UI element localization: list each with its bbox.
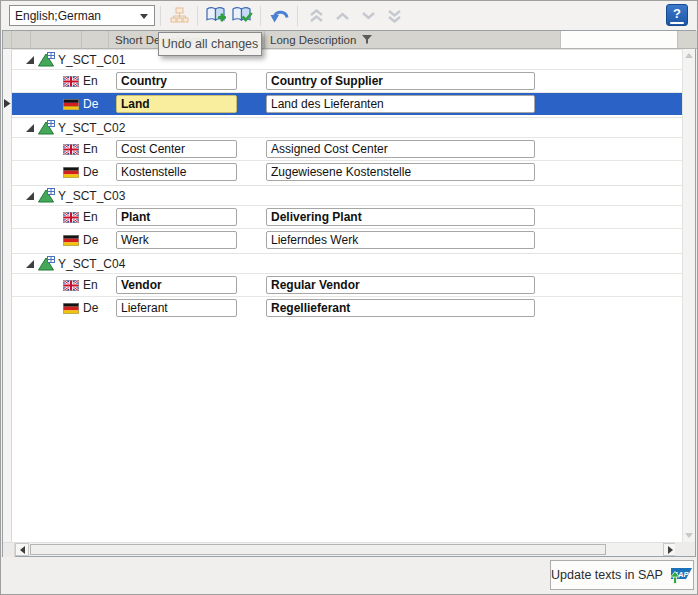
- scroll-left-button[interactable]: [15, 543, 29, 556]
- long-description-input[interactable]: Regellieferant: [266, 299, 535, 317]
- funnel-icon[interactable]: [362, 35, 372, 44]
- language-code: De: [83, 301, 98, 315]
- undo-button[interactable]: [267, 4, 291, 28]
- toolbar: English;German: [2, 1, 696, 30]
- header-expand-cell: [12, 31, 31, 49]
- previous-button: [330, 4, 354, 28]
- language-code: De: [83, 97, 98, 111]
- de-flag-icon: [63, 303, 79, 314]
- short-description-input[interactable]: Country: [116, 72, 237, 90]
- de-flag-icon: [63, 235, 79, 246]
- language-code: En: [83, 142, 98, 156]
- de-flag-icon: [63, 99, 79, 110]
- dictionary-add-icon: [205, 6, 227, 25]
- short-description-input[interactable]: Vendor: [116, 276, 237, 294]
- dictionary-apply-button[interactable]: [230, 4, 254, 28]
- translation-row-selected[interactable]: De Land Land des Lieferanten: [12, 92, 684, 115]
- language-code: De: [83, 165, 98, 179]
- short-description-input[interactable]: Plant: [116, 208, 237, 226]
- header-language-cell: [82, 31, 109, 49]
- group-section: Y_SCT_C04 En Vendor Regular Vendor: [12, 253, 684, 321]
- uk-flag-icon: [63, 144, 79, 155]
- group-row[interactable]: Y_SCT_C02: [12, 117, 684, 137]
- translation-row[interactable]: En Plant Delivering Plant: [12, 205, 684, 228]
- update-texts-button[interactable]: Update texts in SAP SAP: [550, 560, 694, 590]
- long-description-input[interactable]: Country of Supplier: [266, 72, 535, 90]
- long-description-input[interactable]: Land des Lieferanten: [266, 95, 535, 113]
- scroll-down-icon[interactable]: [685, 533, 693, 538]
- group-key: Y_SCT_C04: [58, 257, 125, 271]
- translation-row[interactable]: En Cost Center Assigned Cost Center: [12, 137, 684, 160]
- group-section: Y_SCT_C03 En Plant Delivering Plant: [12, 185, 684, 253]
- uk-flag-icon: [63, 212, 79, 223]
- double-chevron-up-icon: [309, 9, 324, 23]
- toolbar-separator: [260, 6, 261, 26]
- dictionary-add-button[interactable]: [204, 4, 228, 28]
- group-key: Y_SCT_C02: [58, 121, 125, 135]
- language-selector[interactable]: English;German: [9, 5, 155, 26]
- chevron-down-icon[interactable]: [140, 14, 148, 19]
- hierarchy-icon: [170, 7, 189, 25]
- toolbar-separator: [297, 6, 298, 26]
- scrollbar-corner: [3, 543, 15, 557]
- short-description-input[interactable]: Cost Center: [116, 140, 237, 158]
- translation-row[interactable]: De Kostenstelle Zugewiesene Kostenstelle: [12, 160, 684, 183]
- translation-editor-window: English;German: [0, 0, 698, 595]
- scrollbar-bottom-corner: [675, 542, 695, 556]
- de-flag-icon: [63, 167, 79, 178]
- toolbar-separator: [197, 6, 198, 26]
- short-description-input[interactable]: Kostenstelle: [116, 163, 237, 181]
- translation-grid: Short Description Long Description: [2, 30, 696, 557]
- translation-row[interactable]: En Country Country of Supplier: [12, 69, 684, 92]
- long-description-input[interactable]: Delivering Plant: [266, 208, 535, 226]
- double-chevron-down-icon: [387, 9, 402, 23]
- long-description-input[interactable]: Regular Vendor: [266, 276, 535, 294]
- short-description-input[interactable]: Land: [116, 95, 237, 113]
- domain-object-icon: [38, 256, 55, 271]
- footer: Update texts in SAP SAP: [2, 557, 696, 593]
- hierarchy-button: [167, 4, 191, 28]
- header-long-description[interactable]: Long Description: [265, 31, 561, 49]
- translation-row[interactable]: De Werk Lieferndes Werk: [12, 228, 684, 251]
- horizontal-scrollbar[interactable]: [3, 542, 677, 556]
- uk-flag-icon: [63, 280, 79, 291]
- dictionary-apply-icon: [231, 6, 253, 25]
- long-description-input[interactable]: Lieferndes Werk: [266, 231, 535, 249]
- expand-collapse-icon[interactable]: [26, 192, 34, 200]
- language-code: En: [83, 210, 98, 224]
- language-selector-value: English;German: [15, 9, 101, 23]
- next-button: [356, 4, 380, 28]
- scroll-left-icon: [20, 546, 25, 554]
- help-glyph: ?: [673, 6, 681, 21]
- chevron-up-icon: [335, 11, 350, 21]
- group-key: Y_SCT_C03: [58, 189, 125, 203]
- group-row[interactable]: Y_SCT_C03: [12, 185, 684, 205]
- short-description-input[interactable]: Werk: [116, 231, 237, 249]
- header-gutter-cell: [3, 31, 12, 49]
- tooltip: Undo all changes: [158, 32, 262, 56]
- group-row[interactable]: Y_SCT_C04: [12, 253, 684, 273]
- horizontal-scrollbar-thumb[interactable]: [30, 544, 606, 555]
- help-button[interactable]: ?: [666, 4, 688, 26]
- language-code: En: [83, 74, 98, 88]
- expand-collapse-icon[interactable]: [26, 260, 34, 268]
- first-button: [304, 4, 328, 28]
- scroll-up-icon[interactable]: [685, 53, 693, 58]
- translation-row[interactable]: De Lieferant Regellieferant: [12, 296, 684, 319]
- group-row[interactable]: Y_SCT_C01: [12, 49, 684, 69]
- expand-collapse-icon[interactable]: [26, 124, 34, 132]
- header-long-label: Long Description: [270, 34, 356, 46]
- scroll-right-icon: [668, 546, 673, 554]
- language-code: En: [83, 278, 98, 292]
- row-pointer-icon: [4, 99, 11, 108]
- last-button: [382, 4, 406, 28]
- short-description-input[interactable]: Lieferant: [116, 299, 237, 317]
- toolbar-separator: [160, 6, 161, 26]
- vertical-scrollbar[interactable]: [682, 49, 695, 542]
- long-description-input[interactable]: Zugewiesene Kostenstelle: [266, 163, 535, 181]
- long-description-input[interactable]: Assigned Cost Center: [266, 140, 535, 158]
- translation-row[interactable]: En Vendor Regular Vendor: [12, 273, 684, 296]
- update-texts-label: Update texts in SAP: [551, 568, 663, 582]
- expand-collapse-icon[interactable]: [26, 56, 34, 64]
- header-corner-cell: [678, 31, 697, 49]
